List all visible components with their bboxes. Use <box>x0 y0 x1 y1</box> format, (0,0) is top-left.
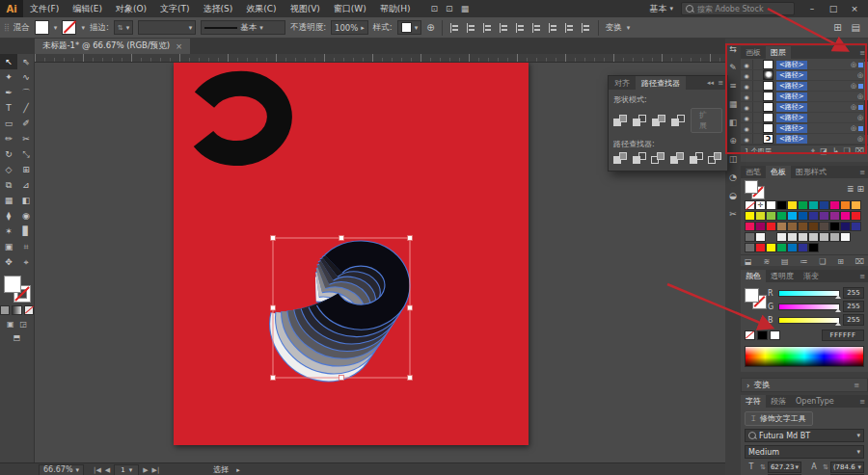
selection-handle-3[interactable] <box>408 236 413 241</box>
target-circle-icon[interactable]: ◎ <box>857 71 863 79</box>
color-mode-button[interactable] <box>0 305 10 315</box>
gradient-panel-icon[interactable]: ◧ <box>729 118 738 127</box>
exclude-icon[interactable] <box>671 115 686 127</box>
swatch-3-4[interactable] <box>776 222 787 231</box>
panel-grip[interactable]: ⣿ <box>4 23 9 32</box>
share-icon[interactable]: ⊡ <box>446 4 453 13</box>
visibility-eye-icon[interactable]: ◉ <box>741 83 752 90</box>
selection-handle-6[interactable] <box>271 376 276 381</box>
target-circle-icon[interactable]: ◎ <box>851 103 856 111</box>
locate-object-icon[interactable]: ⌖ <box>811 146 816 156</box>
layer-row-3[interactable]: ◉<路径>◎ <box>741 81 868 92</box>
make-clip-mask-icon[interactable]: ◪ <box>820 146 827 156</box>
swatch-2-5[interactable] <box>787 211 798 221</box>
opacity-value[interactable]: 100%▸ <box>331 20 368 35</box>
type-tool[interactable]: T <box>0 100 17 116</box>
outline-icon[interactable] <box>690 152 704 165</box>
font-family-field[interactable]: Futura Md BT ▾ <box>745 429 864 442</box>
layer-label[interactable]: <路径> <box>776 124 807 133</box>
swatch-5-10[interactable] <box>840 243 851 252</box>
layer-row-2[interactable]: ◉<路径>◎ <box>741 70 868 81</box>
layer-label[interactable]: <路径> <box>776 92 807 101</box>
swatch-4-1[interactable] <box>745 232 755 242</box>
chevron-down-icon[interactable]: ▾ <box>54 24 58 32</box>
menu-item-8[interactable]: 窗口(W) <box>327 0 373 17</box>
gradient-tool[interactable]: ◧ <box>17 193 35 208</box>
transform-panel-header[interactable]: › 变换 ≡ <box>741 378 868 392</box>
visibility-eye-icon[interactable]: ◉ <box>741 125 752 132</box>
scale-tool[interactable]: ⤡ <box>17 146 35 162</box>
layer-row-7[interactable]: ◉<路径>◎ <box>741 123 868 134</box>
menu-item-1[interactable]: 文件(F) <box>23 0 66 17</box>
swatch-2-7[interactable] <box>808 211 819 221</box>
align-center-h-icon[interactable] <box>466 23 476 33</box>
zoom-level-select[interactable]: 66.67% ▾ <box>39 464 84 475</box>
fill-stroke-indicator[interactable] <box>745 286 768 311</box>
swatch-1-3[interactable] <box>766 200 776 210</box>
layer-row-8[interactable]: ◉Ɔ<路径>◎ <box>741 134 868 145</box>
swatch-4-9[interactable] <box>829 232 840 242</box>
swatch-1-6[interactable] <box>798 200 808 210</box>
merge-icon[interactable] <box>651 152 665 165</box>
fill-stroke-indicator[interactable] <box>745 180 766 198</box>
swatch-1-5[interactable] <box>787 200 798 210</box>
preferences-icon[interactable]: ▤ <box>852 22 860 33</box>
swatch-3-1[interactable] <box>745 222 755 231</box>
swatch-2-3[interactable] <box>766 211 776 221</box>
align-right-icon[interactable] <box>482 23 493 33</box>
layer-label[interactable]: <路径> <box>776 135 807 144</box>
none-mode-button[interactable] <box>24 305 34 315</box>
list-view-icon[interactable]: ≣ <box>847 184 854 194</box>
appearance-panel-icon[interactable]: ◔ <box>729 172 737 182</box>
perspective-grid-tool[interactable]: ⊿ <box>17 177 35 193</box>
swatch-1-2[interactable]: ✛ <box>755 200 766 210</box>
next-artboard-icon[interactable]: ▶ <box>143 466 148 474</box>
color-spectrum[interactable] <box>745 346 864 367</box>
menu-item-2[interactable]: 编辑(E) <box>66 0 109 17</box>
arrange-docs-icon[interactable]: ▦ <box>461 4 470 13</box>
new-color-group-icon[interactable]: ❏ <box>819 257 826 266</box>
tab-character[interactable]: 字符 <box>741 395 766 408</box>
draw-normal-icon[interactable]: ▣ <box>7 320 14 329</box>
tab-brushes[interactable]: 画笔 <box>741 166 766 178</box>
touch-type-tool-button[interactable]: ⌶ 修饰文字工具 <box>745 411 813 426</box>
selection-handle-8[interactable] <box>408 376 413 381</box>
black-curve-shape[interactable] <box>197 78 285 158</box>
stroke-color-swatch[interactable] <box>62 20 76 35</box>
swatch-5-8[interactable] <box>819 243 829 252</box>
new-layer-icon[interactable]: ❏ <box>844 146 851 156</box>
last-artboard-icon[interactable]: ▶| <box>152 466 160 474</box>
transform-link[interactable]: 变换 <box>606 22 622 34</box>
visibility-eye-icon[interactable]: ◉ <box>741 115 752 121</box>
none-swatch[interactable] <box>745 330 755 340</box>
adobe-stock-search[interactable]: 搜索 Adobe Stock <box>681 2 795 15</box>
layer-label[interactable]: <路径> <box>776 61 807 69</box>
swatch-options-icon[interactable]: ≔ <box>800 257 807 266</box>
tab-color[interactable]: 颜色 <box>741 270 766 282</box>
target-circle-icon[interactable]: ◎ <box>851 61 856 68</box>
swatch-3-8[interactable] <box>819 222 829 231</box>
hex-value[interactable]: FFFFFF <box>822 330 864 341</box>
artboard-tool[interactable]: ▣ <box>0 239 17 254</box>
swatch-1-4[interactable] <box>776 200 787 210</box>
swatch-3-3[interactable] <box>766 222 776 231</box>
artboard-number-select[interactable]: 1▾ <box>114 464 139 475</box>
minimize-button[interactable]: – <box>802 2 822 15</box>
target-circle-icon[interactable]: ◎ <box>851 82 856 90</box>
swatch-1-7[interactable] <box>808 200 819 210</box>
visibility-eye-icon[interactable]: ◉ <box>741 62 752 68</box>
layer-label[interactable]: <路径> <box>776 114 807 122</box>
visibility-eye-icon[interactable]: ◉ <box>741 104 752 111</box>
tab-layers[interactable]: 图层 <box>766 46 791 59</box>
blend-tool[interactable]: ◉ <box>17 208 35 224</box>
swatch-2-11[interactable] <box>851 211 861 221</box>
direct-selection-tool[interactable]: ⇖ <box>17 54 35 69</box>
channel-slider-G[interactable] <box>778 303 840 310</box>
selection-handle-2[interactable] <box>339 236 344 241</box>
mesh-tool[interactable]: ▦ <box>0 193 17 208</box>
document-tab[interactable]: 未标题-1* @ 66.67% (RGB/预览) × <box>35 39 190 54</box>
swatch-5-5[interactable] <box>787 243 798 252</box>
channel-slider-B[interactable] <box>778 317 840 324</box>
panel-menu-icon[interactable]: ≡ <box>859 273 868 280</box>
swatch-4-6[interactable] <box>798 232 808 242</box>
